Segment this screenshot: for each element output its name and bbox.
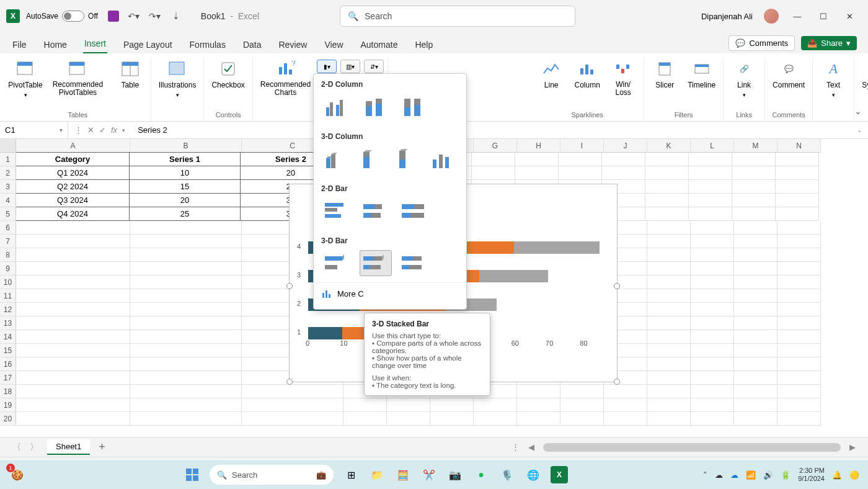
sparkline-winloss-button[interactable]: Win/ Loss [606, 57, 640, 99]
link-button[interactable]: 🔗Link▾ [727, 57, 761, 101]
hscroll-left-icon[interactable]: ◀ [528, 442, 534, 452]
taskbar-search[interactable]: 🔍Search💼 [210, 465, 334, 485]
undo-icon[interactable]: ↶▾ [128, 10, 140, 22]
fx-icon[interactable]: fx [111, 125, 117, 135]
chart-type-stacked-bar[interactable] [360, 198, 392, 224]
chart-type-stacked-column[interactable] [360, 94, 392, 120]
more-column-charts-button[interactable]: More C [314, 282, 466, 304]
volume-icon[interactable]: 🔊 [763, 470, 773, 480]
add-sheet-icon[interactable]: + [99, 441, 105, 454]
copilot-icon[interactable]: 🟡 [849, 470, 859, 480]
horizontal-scrollbar[interactable] [543, 443, 841, 452]
hscroll-right-icon[interactable]: ▶ [849, 442, 856, 452]
task-view-icon[interactable]: ⊞ [342, 466, 360, 483]
file-explorer-icon[interactable]: 📁 [368, 466, 386, 483]
wifi-icon[interactable]: 📶 [746, 470, 756, 480]
insert-hierarchy-chart-button[interactable]: ▥▾ [340, 60, 360, 73]
sheet-tab-active[interactable]: Sheet1 [47, 439, 90, 455]
maximize-icon[interactable]: ☐ [816, 9, 831, 24]
sheet-next-icon[interactable]: 〉 [30, 442, 38, 453]
tab-home[interactable]: Home [43, 36, 68, 53]
tab-formulas[interactable]: Formulas [188, 36, 227, 53]
windows-taskbar: 🍪1 🔍Search💼 ⊞ 📁 🧮 ✂️ 📷 ● 🎙️ 🌐 X ˄ ☁ ☁ 📶 … [0, 460, 868, 489]
recommended-pivottables-button[interactable]: Recommended PivotTables [45, 57, 111, 99]
name-box[interactable]: C1 ▾ [0, 122, 68, 138]
slicer-button[interactable]: Slicer [648, 57, 681, 92]
chart-type-clustered-column[interactable] [321, 94, 353, 120]
tab-insert[interactable]: Insert [83, 35, 107, 53]
cloud-icon[interactable]: ☁ [715, 470, 723, 480]
sparkline-line-button[interactable]: Line [534, 57, 568, 92]
chart-type-100-stacked-column[interactable] [398, 94, 430, 120]
ribbon-collapse-icon[interactable]: ⌄ [854, 106, 862, 116]
enter-icon[interactable]: ✓ [99, 125, 106, 135]
chart-type-3d-100-stacked-bar[interactable] [398, 250, 430, 276]
tab-review[interactable]: Review [278, 36, 309, 53]
tray-overflow-icon[interactable]: ˄ [703, 470, 707, 480]
svg-marker-41 [363, 150, 372, 152]
minimize-icon[interactable]: — [790, 9, 805, 24]
tab-data[interactable]: Data [242, 36, 263, 53]
svg-marker-60 [342, 254, 344, 261]
chart-type-3d-stacked-column[interactable] [357, 146, 387, 172]
checkbox-button[interactable]: Checkbox [208, 57, 248, 92]
tab-pagelayout[interactable]: Page Layout [122, 36, 174, 53]
share-button[interactable]: 📤 Share ▾ [801, 36, 857, 50]
timeline-button[interactable]: Timeline [684, 57, 719, 92]
chart-type-3d-clustered-bar[interactable] [321, 250, 353, 276]
chart-type-3d-100-stacked-column[interactable] [393, 146, 423, 172]
close-icon[interactable]: ✕ [842, 9, 857, 24]
expand-formula-bar-icon[interactable]: ⌄ [851, 127, 868, 133]
search-input[interactable]: 🔍 Search [340, 6, 575, 27]
comments-button[interactable]: 💬 Comments [728, 35, 795, 51]
chart-type-clustered-bar[interactable] [321, 198, 353, 224]
user-name[interactable]: Dipanjenah Ali [701, 12, 753, 21]
sheet-options-icon[interactable]: ⋮ [512, 442, 520, 452]
spotify-icon[interactable]: ● [472, 466, 490, 483]
titlebar: X AutoSave Off ↶▾ ↷▾ ⇣ Book1 - Excel 🔍 S… [0, 0, 868, 32]
insert-waterfall-chart-button[interactable]: ⇵▾ [364, 60, 384, 73]
tab-automate[interactable]: Automate [360, 36, 399, 53]
chrome-icon[interactable]: 🌐 [525, 466, 542, 483]
cancel-icon[interactable]: ✕ [87, 125, 94, 135]
symbols-button[interactable]: ΩSymbols▾ [858, 57, 868, 101]
svg-rect-71 [322, 293, 324, 298]
insert-column-chart-button[interactable]: ▮▾ [317, 60, 337, 73]
tab-view[interactable]: View [323, 36, 344, 53]
avatar[interactable] [764, 9, 779, 24]
start-icon[interactable] [184, 466, 201, 483]
snipping-tool-icon[interactable]: ✂️ [420, 466, 438, 483]
sheet-prev-icon[interactable]: 〈 [12, 442, 21, 453]
camera-icon[interactable]: 📷 [446, 466, 464, 483]
toggle-icon[interactable] [62, 11, 84, 22]
table-button[interactable]: Table [113, 57, 147, 92]
tab-file[interactable]: File [11, 36, 28, 53]
sparkline-column-button[interactable]: Column [570, 57, 604, 92]
chart-type-100-stacked-bar[interactable] [398, 198, 430, 224]
calculator-icon[interactable]: 🧮 [394, 466, 412, 483]
svg-rect-72 [326, 290, 327, 298]
chart-type-menu[interactable]: 2-D Column 3-D Column 2-D Bar 3-D Bar Mo… [313, 73, 467, 310]
save-icon[interactable] [108, 11, 119, 22]
formula-options-icon[interactable]: ⋮ [74, 125, 82, 135]
tab-help[interactable]: Help [414, 36, 434, 53]
comment-button[interactable]: 💬Comment [769, 57, 808, 92]
battery-icon[interactable]: 🔋 [781, 470, 790, 480]
recommended-charts-button[interactable]: ? Recommended Charts [257, 57, 314, 99]
chart-type-3d-column[interactable] [429, 146, 459, 172]
notifications-icon[interactable]: 🔔 [832, 470, 842, 480]
taskbar-weather-icon[interactable]: 🍪1 [9, 466, 26, 483]
redo-icon[interactable]: ↷▾ [149, 10, 161, 22]
illustrations-button[interactable]: Illustrations▾ [155, 57, 200, 101]
autosave-toggle[interactable]: AutoSave Off [26, 11, 98, 22]
text-button[interactable]: AText▾ [817, 57, 850, 101]
chart-type-3d-stacked-bar[interactable] [360, 250, 392, 276]
excel-taskbar-icon[interactable]: X [551, 466, 568, 483]
clock[interactable]: 2:30 PM 9/1/2024 [798, 467, 825, 483]
mic-icon[interactable]: 🎙️ [498, 466, 516, 483]
formula-input[interactable]: Series 2 [131, 125, 851, 135]
chart-type-3d-clustered-column[interactable] [321, 146, 351, 172]
onedrive-icon[interactable]: ☁ [730, 470, 738, 480]
qat-overflow-icon[interactable]: ⇣ [170, 10, 182, 22]
pivottable-button[interactable]: PivotTable▾ [9, 57, 42, 101]
